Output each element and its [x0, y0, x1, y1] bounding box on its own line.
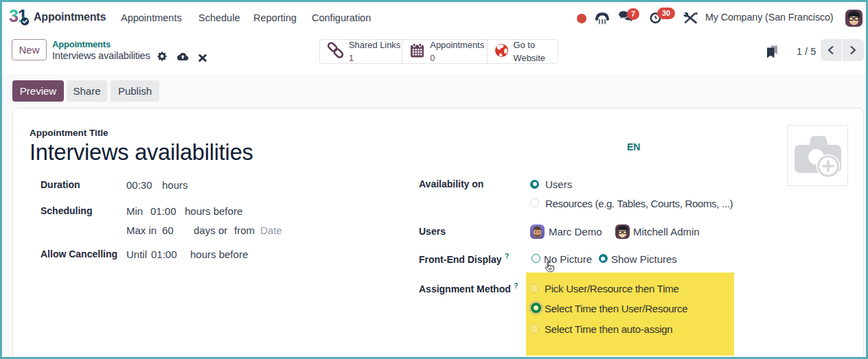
svg-text:3: 3 — [9, 7, 19, 25]
